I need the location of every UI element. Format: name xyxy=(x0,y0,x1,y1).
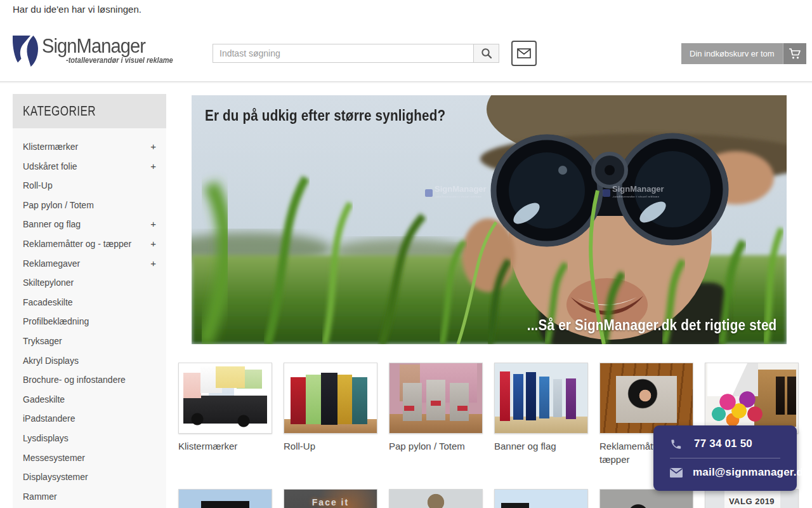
sidebar-item[interactable]: Reklamemåtter og - tæpper+ xyxy=(13,234,166,254)
sidebar-item[interactable]: Messesystemer xyxy=(13,448,166,468)
contact-email: mail@signmanager.dk xyxy=(693,466,809,479)
sidebar-item[interactable]: Rammer xyxy=(13,487,166,507)
sidebar-item[interactable]: Akryl Displays xyxy=(13,351,166,371)
sidebar-item[interactable]: iPadstandere xyxy=(13,409,166,429)
sidebar-item-label: Brochure- og infostandere xyxy=(23,370,126,390)
category-card[interactable]: Pap pylon / Totem xyxy=(389,363,483,466)
phone-icon xyxy=(670,438,682,450)
sidebar-item[interactable]: Roll-Up xyxy=(13,176,166,196)
top-tagline: Har du ide'en har vi løsningen. xyxy=(13,4,141,15)
category-card-label[interactable]: Pap pylon / Totem xyxy=(389,439,483,453)
category-card[interactable] xyxy=(494,489,588,508)
sidebar-item-label: Gadeskilte xyxy=(23,390,65,410)
envelope-icon xyxy=(517,48,531,58)
cart-status: Din indkøbskurv er tom xyxy=(681,43,783,64)
sidebar-item[interactable]: Udskåret folie+ xyxy=(13,157,166,177)
sidebar-item-label: Skiltepyloner xyxy=(23,273,74,293)
sidebar-item[interactable]: Banner og flag+ xyxy=(13,215,166,234)
profile-clothing-photo xyxy=(389,489,483,508)
logo-tagline: -totalleverandør i visuel reklame xyxy=(66,56,173,65)
brochure-stand-photo xyxy=(494,489,588,508)
search-group xyxy=(213,44,499,63)
expand-plus-icon[interactable]: + xyxy=(150,137,156,157)
sidebar-item-label: Banner og flag xyxy=(23,215,81,234)
sidebar-item-label: Udskåret folie xyxy=(23,157,77,177)
magnifier-icon xyxy=(481,48,492,59)
sidebar-item[interactable]: Brochure- og infostandere xyxy=(13,370,166,390)
hero-watermark: SignManager -totalleverandør i visuel re… xyxy=(425,185,487,201)
search-button[interactable] xyxy=(473,44,499,63)
sidebar-item-label: Profilbeklædning xyxy=(23,312,89,331)
logo-name: SignManager xyxy=(42,36,145,57)
category-card[interactable] xyxy=(389,489,483,508)
category-card-label[interactable]: Roll-Up xyxy=(284,439,377,453)
sidebar-item-label: Klistermærker xyxy=(23,137,78,157)
sidebar-item-label: Messesystemer xyxy=(23,448,85,468)
hero-banner[interactable]: Er du på udkig efter større synlighed? S… xyxy=(192,95,787,344)
contact-mail-button[interactable] xyxy=(511,41,537,66)
logo-mat-photo xyxy=(599,363,693,434)
category-card[interactable]: VALG 2019 xyxy=(705,489,799,508)
expand-plus-icon[interactable]: + xyxy=(150,215,156,234)
sidebar-item[interactable]: Skiltepyloner xyxy=(13,273,166,293)
expand-plus-icon[interactable]: + xyxy=(150,254,156,274)
sidebar-item-label: Tryksager xyxy=(23,331,62,351)
category-card-label[interactable]: Banner og flag xyxy=(494,439,588,453)
sidebar-item-label: Roll-Up xyxy=(23,176,53,196)
facade-sign-photo: Face it xyxy=(284,489,377,508)
contact-phone: 77 34 01 50 xyxy=(694,438,752,450)
thumbnail-text: VALG 2019 xyxy=(705,497,798,506)
contact-overlay: 77 34 01 50 mail@signmanager.dk xyxy=(653,425,797,491)
header-divider xyxy=(0,81,812,83)
sidebar-item[interactable]: Lysdisplays xyxy=(13,429,166,448)
category-card-label[interactable]: Klistermærker xyxy=(178,439,272,453)
sign-pylon-photo xyxy=(178,489,272,508)
signmanager-logo-icon xyxy=(13,36,38,67)
sidebar-item[interactable]: Reklamegaver+ xyxy=(13,254,166,274)
envelope-filled-icon xyxy=(670,468,683,478)
sidebar-item-label: Pap pylon / Totem xyxy=(23,196,94,215)
sidebar-item[interactable]: Facadeskilte xyxy=(13,293,166,312)
hero-watermark: SignManager -totalleverandør i visuel re… xyxy=(603,185,664,201)
sidebar-item-label: Rammer xyxy=(23,487,57,507)
category-card[interactable]: Banner og flag xyxy=(494,363,588,466)
balloons-gifts-photo xyxy=(705,363,799,434)
pap-pylon-photo xyxy=(389,363,483,434)
category-card[interactable] xyxy=(599,489,693,508)
cart-button[interactable]: Din indkøbskurv er tom xyxy=(681,43,806,64)
category-card[interactable] xyxy=(178,489,272,508)
light-display-photo xyxy=(599,489,693,508)
categories-sidebar: KATEGORIER Klistermærker+Udskåret folie+… xyxy=(13,94,166,508)
hero-headline: Er du på udkig efter større synlighed? xyxy=(205,107,445,124)
sidebar-item[interactable]: Tryksager xyxy=(13,331,166,351)
sidebar-title: KATEGORIER xyxy=(13,94,166,128)
expand-plus-icon[interactable]: + xyxy=(150,157,156,177)
sidebar-item[interactable]: Klistermærker+ xyxy=(13,137,166,157)
expand-plus-icon[interactable]: + xyxy=(150,234,156,254)
sidebar-item-label: Akryl Displays xyxy=(23,351,79,371)
category-card[interactable]: Face it xyxy=(284,489,377,508)
sidebar-item[interactable]: Displaysystemer xyxy=(13,467,166,487)
category-card[interactable]: Roll-Up xyxy=(284,363,377,466)
site-logo[interactable]: SignManager -totalleverandør i visuel re… xyxy=(13,36,182,67)
binoculars-kid-photo xyxy=(192,95,787,344)
rollup-banners-photo xyxy=(284,363,377,434)
sidebar-item[interactable]: Pap pylon / Totem xyxy=(13,196,166,215)
contact-email-row[interactable]: mail@signmanager.dk xyxy=(670,460,780,485)
sidebar-item[interactable]: Gadeskilte xyxy=(13,390,166,410)
search-input[interactable] xyxy=(213,44,473,63)
sidebar-item-label: Displaysystemer xyxy=(23,467,88,487)
sidebar-item-label: Reklamegaver xyxy=(23,254,80,274)
contact-phone-row[interactable]: 77 34 01 50 xyxy=(670,432,780,456)
sidebar-list: Klistermærker+Udskåret folie+Roll-UpPap … xyxy=(13,128,166,508)
sidebar-item-label: iPadstandere xyxy=(23,409,75,429)
sticker-van-photo xyxy=(178,363,272,434)
beach-flags-photo xyxy=(494,363,588,434)
thumbnail-text: Face it xyxy=(284,497,377,507)
sidebar-item-label: Facadeskilte xyxy=(23,293,73,312)
sidebar-item-label: Reklamemåtter og - tæpper xyxy=(23,234,131,254)
sidebar-item[interactable]: Profilbeklædning xyxy=(13,312,166,331)
category-card[interactable]: Klistermærker xyxy=(178,363,272,466)
watermark-logo-icon xyxy=(603,189,610,197)
hero-tagline: ...Så er SignManager.dk det rigtige sted xyxy=(527,317,776,334)
